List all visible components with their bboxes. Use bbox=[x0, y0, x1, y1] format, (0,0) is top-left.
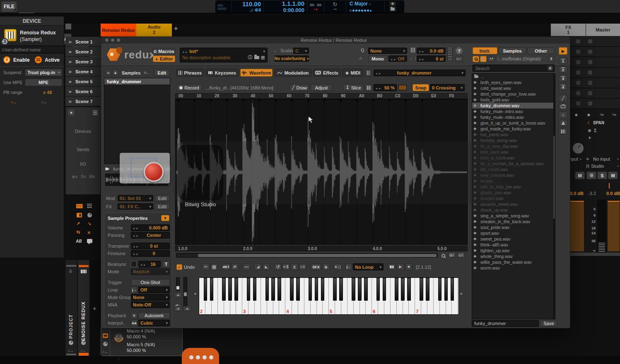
piano-black-key[interactable] bbox=[339, 278, 343, 301]
master-sum-device[interactable]: Σ bbox=[588, 128, 597, 133]
track-stop-button[interactable]: ■ bbox=[68, 109, 75, 116]
save-preset-icon[interactable]: ▦ bbox=[261, 55, 265, 60]
slice-button[interactable]: ↧Slice bbox=[343, 84, 364, 91]
swap-channels-button[interactable]: ⇄ bbox=[231, 263, 239, 270]
piano-black-key[interactable] bbox=[210, 278, 214, 301]
fx-chain-dropdown[interactable]: 01: FX C.. bbox=[118, 203, 153, 210]
file-row[interactable]: think--all5.wav bbox=[472, 242, 555, 248]
preset-name[interactable]: Init* bbox=[189, 49, 198, 54]
autoplay-button[interactable]: ▶ bbox=[559, 47, 567, 55]
zoom-window-icon[interactable] bbox=[117, 39, 120, 42]
tab-effects[interactable]: FXEffects bbox=[313, 69, 340, 77]
fade-in-button[interactable]: ◢ bbox=[254, 263, 262, 270]
silence-button[interactable]: ×◁ bbox=[334, 263, 341, 270]
samples-edit-button[interactable]: Edit bbox=[154, 69, 170, 76]
home-button[interactable]: ⌂ bbox=[559, 111, 567, 118]
knob-view-icon[interactable] bbox=[87, 213, 92, 217]
master-mute-button[interactable]: M bbox=[608, 171, 618, 179]
nna-dropdown[interactable]: Note-Off bbox=[131, 301, 170, 308]
metronome-icons[interactable] bbox=[217, 3, 232, 10]
undo-toggle[interactable]: Undo bbox=[176, 263, 195, 271]
file-menu-button[interactable]: FILE bbox=[1, 1, 17, 12]
dc-offset-button[interactable]: — bbox=[243, 263, 250, 270]
grid-view-icon[interactable] bbox=[76, 204, 83, 208]
file-row[interactable]: dont_change_your_love.wav bbox=[472, 91, 555, 97]
beatsync-stepper[interactable]: 16 bbox=[138, 261, 161, 268]
piano-black-key[interactable] bbox=[438, 278, 442, 301]
redux-panel-tab[interactable]: RENOISE REDUX bbox=[78, 260, 89, 356]
fx-volume-value[interactable]: 0.0 dB bbox=[570, 191, 584, 196]
file-row[interactable]: both_eyes_open.wav bbox=[472, 80, 555, 85]
tab-midi[interactable]: ◉MIDI bbox=[342, 69, 364, 77]
disk-slot-button[interactable]: 1 bbox=[559, 58, 567, 64]
pb-range-value[interactable]: ± 48 bbox=[43, 90, 52, 95]
scene-row[interactable]: ▶Scene 6 bbox=[65, 87, 101, 96]
track-tab-audio[interactable]: Audio2 bbox=[136, 24, 172, 36]
scaling-key-dropdown[interactable]: C bbox=[293, 48, 309, 54]
info-icon[interactable]: ⓘ bbox=[248, 54, 253, 60]
tab-waveform[interactable]: Waveform bbox=[240, 69, 273, 77]
piano-black-key[interactable] bbox=[401, 278, 405, 301]
preset-box[interactable]: Init*▾ No description availableⓘ▦ bbox=[180, 48, 268, 63]
mod-reset-button[interactable]: -/- bbox=[174, 306, 182, 311]
library-button[interactable] bbox=[559, 128, 567, 135]
piano-black-key[interactable] bbox=[444, 278, 448, 301]
snap-button[interactable]: Snap bbox=[413, 84, 429, 91]
scene-launch-icon[interactable]: ≡▸ bbox=[600, 112, 604, 117]
routing-icon[interactable] bbox=[102, 349, 107, 354]
add-device-button[interactable]: + bbox=[588, 135, 591, 141]
mini-knob-icon[interactable] bbox=[81, 340, 86, 345]
instrument-list-button[interactable] bbox=[365, 69, 372, 77]
device-enable-icon[interactable] bbox=[103, 333, 108, 338]
folder-icon[interactable] bbox=[254, 56, 259, 59]
fx-volume-fader[interactable] bbox=[570, 201, 584, 251]
tempo-value[interactable]: 110.00 bbox=[232, 0, 261, 7]
file-row[interactable]: fools_gold.wav bbox=[472, 97, 555, 103]
master-input-select[interactable]: No input▾ bbox=[586, 157, 619, 162]
scrollbar-thumb[interactable] bbox=[198, 254, 437, 257]
tab-modulation[interactable]: Modulation bbox=[274, 69, 311, 77]
file-row[interactable]: willie_pass_the_water.wav bbox=[472, 259, 555, 265]
record-lock-icon[interactable]: ♪● bbox=[307, 7, 324, 11]
finetune-stepper[interactable]: 0 bbox=[131, 250, 170, 257]
file-row[interactable]: funky_mule--intro.wav bbox=[472, 108, 555, 114]
keyboard-toggle-button[interactable] bbox=[388, 263, 396, 270]
beatsync-checkbox[interactable] bbox=[131, 261, 137, 267]
modulation-in-icon[interactable] bbox=[41, 99, 46, 104]
keyboard-scroll-left[interactable]: ◂ bbox=[194, 291, 196, 296]
loop-section[interactable]: ↻ ∼ bbox=[324, 2, 346, 11]
toolbox-button[interactable] bbox=[559, 103, 567, 110]
piano-keyboard[interactable]: 2 3 4 5 bbox=[199, 277, 459, 315]
device-name-input[interactable] bbox=[0, 46, 64, 53]
browser-tab-other[interactable]: Other bbox=[527, 47, 555, 54]
close-window-icon[interactable] bbox=[105, 39, 109, 42]
minimize-window-icon[interactable] bbox=[111, 39, 114, 42]
tab-keyzones[interactable]: Keyzones bbox=[205, 69, 239, 77]
save-filename-input[interactable] bbox=[472, 320, 539, 327]
sfx-button[interactable]: SFX bbox=[311, 263, 321, 270]
close-x-icon[interactable]: × bbox=[87, 229, 91, 236]
browser-search-input[interactable] bbox=[473, 65, 555, 72]
folder-button[interactable] bbox=[389, 7, 396, 12]
scene-row[interactable]: ▶Scene 7 bbox=[65, 96, 101, 106]
add-track-button[interactable]: + bbox=[174, 25, 178, 32]
piano-octave[interactable]: 2 bbox=[199, 278, 242, 314]
file-row[interactable]: hot_pants.wav bbox=[472, 132, 555, 137]
file-row[interactable]: god_made_me_funky.wav bbox=[472, 126, 555, 132]
time-signature[interactable]: ⊿ 4/4 bbox=[232, 7, 261, 13]
ab-compare-icon[interactable]: AB bbox=[76, 239, 82, 243]
add-panel-button[interactable]: + bbox=[93, 305, 96, 312]
gain-stepper[interactable]: 0.0 dB bbox=[417, 48, 446, 54]
macro4-value[interactable]: 50.000 % bbox=[127, 334, 146, 339]
piano-octave[interactable]: 4 bbox=[286, 278, 329, 314]
piano-black-key[interactable] bbox=[247, 278, 251, 301]
wildcard-button[interactable]: *.* bbox=[487, 56, 495, 62]
file-row[interactable]: funky_mule--rides.wav bbox=[472, 114, 555, 120]
loop-marker-button[interactable]: [→ bbox=[345, 263, 352, 270]
crop-button[interactable]: ▦ bbox=[210, 263, 218, 270]
piano-octave[interactable]: 3 bbox=[242, 278, 285, 314]
record-capture-button[interactable] bbox=[144, 162, 164, 182]
file-row[interactable]: cold_sweat.wav bbox=[472, 85, 555, 91]
help-button[interactable]: ? bbox=[456, 47, 463, 54]
bitwig-studio-icon[interactable] bbox=[182, 348, 219, 364]
